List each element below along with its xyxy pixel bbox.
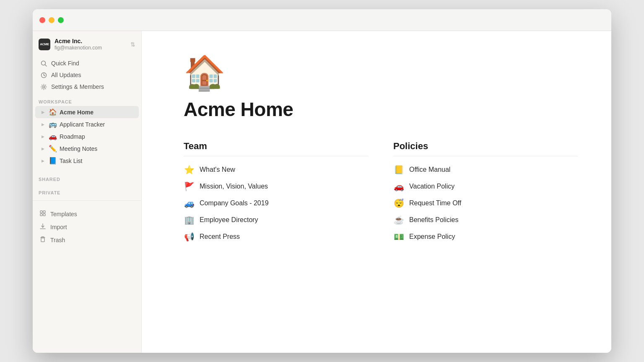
whats-new-emoji: ⭐ <box>184 165 195 175</box>
svg-line-4 <box>44 75 45 76</box>
quick-find-item[interactable]: Quick Find <box>36 57 138 69</box>
nav-label-applicant-tracker: Applicant Tracker <box>60 121 135 128</box>
nav-label-roadmap: Roadmap <box>60 133 135 140</box>
office-manual-emoji: 📒 <box>393 165 404 175</box>
company-goals-emoji: 🚙 <box>184 198 195 208</box>
request-time-off-label: Request Time Off <box>409 199 461 207</box>
sidebar-bottom: Templates Import <box>33 200 141 246</box>
traffic-lights <box>39 17 64 23</box>
svg-line-1 <box>45 65 47 66</box>
workspace-header: ACME Acme Inc. fig@makenotion.com ⇅ <box>33 31 141 56</box>
close-button[interactable] <box>39 17 45 23</box>
recent-press-emoji: 📢 <box>184 232 195 242</box>
company-goals-label: Company Goals - 2019 <box>200 199 269 207</box>
private-section-label: PRIVATE <box>33 187 141 197</box>
trash-label: Trash <box>50 237 65 243</box>
import-icon <box>39 223 47 231</box>
nav-item-acme-home[interactable]: ▶ 🏠 Acme Home <box>35 106 139 118</box>
benefits-policies-emoji: ☕ <box>393 215 404 225</box>
settings-item[interactable]: Settings & Members <box>36 81 138 93</box>
templates-label: Templates <box>50 211 77 217</box>
mission-vision-emoji: 🚩 <box>184 181 195 191</box>
nav-arrow-roadmap: ▶ <box>39 133 46 140</box>
svg-rect-9 <box>43 214 45 216</box>
gear-icon <box>39 84 48 90</box>
nav-label-task-list: Task List <box>60 158 135 164</box>
team-heading: Team <box>184 141 368 156</box>
workspace-switcher-icon[interactable]: ⇅ <box>130 41 135 48</box>
office-manual-label: Office Manual <box>409 166 450 173</box>
list-item-company-goals[interactable]: 🚙 Company Goals - 2019 <box>184 195 368 212</box>
nav-arrow-applicant-tracker: ▶ <box>39 121 46 128</box>
quick-find-label: Quick Find <box>51 60 79 67</box>
all-updates-item[interactable]: All Updates <box>36 69 138 81</box>
sidebar-actions: Quick Find All Updates <box>33 56 141 96</box>
import-label: Import <box>50 224 67 230</box>
svg-point-5 <box>43 86 45 88</box>
nav-arrow-acme-home: ▶ <box>39 109 46 116</box>
page-title: Acme Home <box>184 98 578 121</box>
list-item-benefits-policies[interactable]: ☕ Benefits Policies <box>393 212 578 228</box>
list-item-vacation-policy[interactable]: 🚗 Vacation Policy <box>393 178 578 195</box>
expense-policy-emoji: 💵 <box>393 232 404 242</box>
nav-label-meeting-notes: Meeting Notes <box>60 145 135 152</box>
content-grid: Team ⭐ What's New 🚩 Mission, Vision, Val… <box>184 141 578 245</box>
nav-emoji-acme-home: 🏠 <box>49 108 57 116</box>
nav-arrow-meeting-notes: ▶ <box>39 145 46 152</box>
vacation-policy-label: Vacation Policy <box>409 183 454 190</box>
svg-rect-6 <box>40 211 42 213</box>
policies-section: Policies 📒 Office Manual 🚗 Vacation Poli… <box>393 141 578 245</box>
list-item-office-manual[interactable]: 📒 Office Manual <box>393 161 578 178</box>
list-item-mission-vision[interactable]: 🚩 Mission, Vision, Values <box>184 178 368 195</box>
list-item-whats-new[interactable]: ⭐ What's New <box>184 161 368 178</box>
vacation-policy-emoji: 🚗 <box>393 181 404 191</box>
svg-rect-7 <box>43 211 45 213</box>
workspace-email: fig@makenotion.com <box>55 45 102 51</box>
trash-icon <box>39 236 47 244</box>
nav-item-applicant-tracker[interactable]: ▶ 🚌 Applicant Tracker <box>35 118 139 130</box>
workspace-info[interactable]: ACME Acme Inc. fig@makenotion.com <box>39 38 102 51</box>
policies-heading: Policies <box>393 141 578 156</box>
team-section: Team ⭐ What's New 🚩 Mission, Vision, Val… <box>184 141 368 245</box>
trash-item[interactable]: Trash <box>33 233 141 246</box>
templates-icon <box>39 210 47 218</box>
templates-item[interactable]: Templates <box>33 207 141 220</box>
page-icon: 🏠 <box>184 56 578 90</box>
list-item-expense-policy[interactable]: 💵 Expense Policy <box>393 228 578 245</box>
shared-section-label: SHARED <box>33 173 141 184</box>
main-content: 🏠 Acme Home Team ⭐ What's New 🚩 Mission,… <box>142 31 611 353</box>
list-item-recent-press[interactable]: 📢 Recent Press <box>184 228 368 245</box>
settings-label: Settings & Members <box>51 83 104 90</box>
nav-emoji-roadmap: 🚗 <box>49 132 57 140</box>
all-updates-label: All Updates <box>51 72 81 78</box>
benefits-policies-label: Benefits Policies <box>409 216 458 224</box>
nav-arrow-task-list: ▶ <box>39 158 46 164</box>
employee-directory-label: Employee Directory <box>200 216 258 224</box>
svg-rect-8 <box>40 214 42 216</box>
minimize-button[interactable] <box>49 17 55 23</box>
whats-new-label: What's New <box>200 166 235 173</box>
nav-item-meeting-notes[interactable]: ▶ ✏️ Meeting Notes <box>35 142 139 155</box>
list-item-employee-directory[interactable]: 🏢 Employee Directory <box>184 212 368 228</box>
sidebar: ACME Acme Inc. fig@makenotion.com ⇅ <box>33 31 142 353</box>
app-layout: ACME Acme Inc. fig@makenotion.com ⇅ <box>33 31 611 353</box>
import-item[interactable]: Import <box>33 220 141 233</box>
list-item-request-time-off[interactable]: 😴 Request Time Off <box>393 195 578 212</box>
workspace-section-label: WORKSPACE <box>33 96 141 106</box>
clock-icon <box>39 72 48 78</box>
request-time-off-emoji: 😴 <box>393 198 404 208</box>
nav-label-acme-home: Acme Home <box>60 109 135 116</box>
titlebar <box>33 9 611 31</box>
nav-emoji-task-list: 📘 <box>49 157 57 165</box>
mission-vision-label: Mission, Vision, Values <box>200 183 268 190</box>
employee-directory-emoji: 🏢 <box>184 215 195 225</box>
expense-policy-label: Expense Policy <box>409 233 455 240</box>
nav-item-roadmap[interactable]: ▶ 🚗 Roadmap <box>35 130 139 142</box>
maximize-button[interactable] <box>58 17 64 23</box>
team-list: ⭐ What's New 🚩 Mission, Vision, Values 🚙… <box>184 161 368 245</box>
nav-item-task-list[interactable]: ▶ 📘 Task List <box>35 155 139 167</box>
policies-list: 📒 Office Manual 🚗 Vacation Policy 😴 Requ… <box>393 161 578 245</box>
nav-emoji-applicant-tracker: 🚌 <box>49 120 57 128</box>
workspace-logo: ACME <box>39 39 50 50</box>
recent-press-label: Recent Press <box>200 233 240 240</box>
